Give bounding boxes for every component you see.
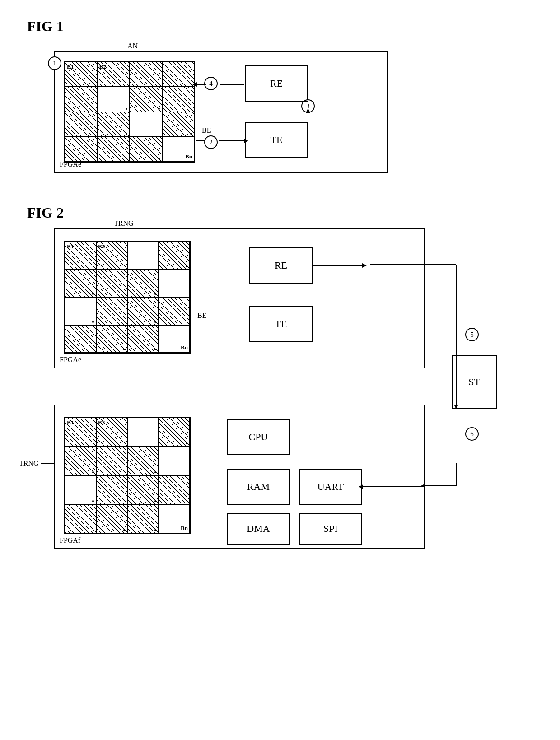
circle-5: 5 (465, 328, 479, 341)
circle-6: 6 (465, 427, 479, 441)
an-label: AN (127, 42, 138, 50)
trng-label-bottom: TRNG (19, 460, 54, 468)
fig2-section: FIG 2 TRNG B1 B2 (27, 205, 533, 549)
svg-marker-5 (192, 82, 197, 87)
fig2-title: FIG 2 (27, 205, 533, 221)
fig1-section: FIG 1 1 AN B1 B2 (27, 18, 533, 177)
fig2-bottom-arrows (55, 405, 424, 548)
st-box: ST (452, 355, 497, 409)
fig2-top-arrows (55, 229, 424, 368)
trng-label-top: TRNG (114, 219, 134, 228)
fig2-bottom-box: TRNG B1 B2 (54, 405, 425, 549)
fig1-title: FIG 1 (27, 18, 533, 35)
fpgae-label: FPGAe (60, 160, 81, 168)
svg-marker-2 (244, 139, 248, 143)
svg-marker-11 (362, 263, 367, 268)
fig1-main-box: 1 AN B1 B2 (54, 51, 388, 173)
fig2-top-box: TRNG B1 B2 (54, 228, 425, 368)
st-area: ST 5 6 (452, 283, 497, 508)
svg-marker-7 (306, 108, 310, 113)
svg-marker-13 (359, 484, 363, 489)
